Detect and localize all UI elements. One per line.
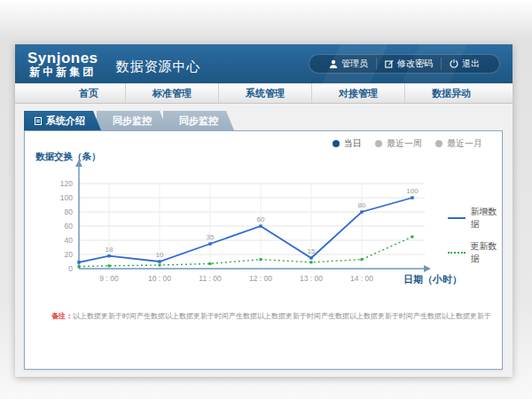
x-tick-label: 10 : 00 — [148, 274, 171, 283]
legend-item-updated-data: 更新数据 — [448, 240, 502, 265]
brand-name: Synjones — [27, 51, 98, 66]
tab-sync-monitor-1[interactable]: 同步监控 — [97, 111, 168, 130]
legend-label: 更新数据 — [471, 240, 502, 265]
current-user-label: 管理员 — [341, 58, 368, 70]
dotted-line-icon — [448, 252, 466, 254]
nav-item-home[interactable]: 首页 — [52, 83, 125, 103]
nav-item-data-change[interactable]: 数据异动 — [404, 83, 497, 103]
period-label: 当日 — [344, 137, 362, 150]
period-label: 最近一月 — [447, 137, 482, 150]
data-point-label: 15 — [308, 247, 316, 255]
tab-sync-monitor-2[interactable]: 同步监控 — [163, 111, 234, 130]
x-tick-label: 14 : 00 — [350, 274, 373, 283]
period-option-today[interactable]: 当日 — [332, 137, 362, 150]
series-legend: 新增数据 更新数据 — [448, 206, 502, 265]
radio-icon — [435, 140, 442, 147]
y-axis-title: 数据交换（条） — [35, 151, 101, 163]
data-point-label: 18 — [106, 246, 113, 254]
data-point-更新数据 — [209, 262, 212, 265]
data-point-新增数据 — [107, 254, 110, 257]
period-option-last-month[interactable]: 最近一月 — [435, 137, 482, 150]
period-selector: 当日 最近一周 最近一月 — [332, 137, 482, 150]
data-point-新增数据 — [411, 196, 413, 199]
legend-label: 新增数据 — [471, 206, 502, 231]
x-axis-arrow-icon — [424, 265, 431, 272]
edit-icon — [385, 59, 394, 68]
data-point-新增数据 — [77, 261, 80, 263]
logout-icon — [450, 59, 458, 68]
y-tick-label: 0 — [68, 264, 73, 273]
tab-system-intro[interactable]: 系统介绍 — [24, 111, 101, 130]
series-line-更新数据 — [79, 237, 412, 267]
x-tick-label: 12 : 00 — [249, 274, 272, 283]
data-point-更新数据 — [260, 258, 262, 261]
content-area: 系统介绍 同步监控 同步监控 当日 最近一周 — [15, 104, 512, 376]
data-point-新增数据 — [259, 224, 262, 227]
tab-bar: 系统介绍 同步监控 同步监控 — [24, 111, 512, 130]
nav-item-system-mgmt[interactable]: 系统管理 — [218, 83, 311, 103]
brand-logo: Synjones 新中新集团 — [27, 51, 98, 77]
y-tick-label: 80 — [65, 207, 74, 216]
data-point-更新数据 — [78, 265, 81, 268]
app-window: Synjones 新中新集团 数据资源中心 管理员 修改密码 退出 首页 标准管… — [15, 44, 512, 377]
y-tick-label: 100 — [60, 193, 73, 202]
page-title: 数据资源中心 — [116, 59, 201, 75]
data-point-新增数据 — [309, 256, 312, 259]
period-label: 最近一周 — [387, 137, 422, 150]
footnote-text: 以上数据更新于时间产生数据以上数据更新于时间产生数据以上数据更新于时间产生数据以… — [73, 312, 491, 320]
change-password-label: 修改密码 — [397, 58, 433, 70]
footnote-label: 备注： — [51, 312, 73, 320]
data-point-label: 80 — [358, 201, 366, 209]
document-icon — [35, 117, 42, 125]
data-point-新增数据 — [158, 260, 160, 262]
data-point-新增数据 — [208, 242, 211, 245]
nav-item-integration-mgmt[interactable]: 对接管理 — [311, 83, 404, 103]
data-point-更新数据 — [361, 258, 364, 261]
data-point-更新数据 — [310, 261, 313, 263]
current-user-button[interactable]: 管理员 — [321, 58, 376, 70]
data-point-label: 10 — [156, 251, 164, 259]
y-tick-label: 40 — [65, 236, 74, 245]
x-axis-title: 日期（小时） — [403, 274, 462, 286]
data-point-label: 35 — [207, 233, 215, 241]
user-icon — [329, 59, 338, 68]
x-tick-label: 9 : 00 — [99, 274, 119, 283]
app-header: Synjones 新中新集团 数据资源中心 管理员 修改密码 退出 — [15, 44, 512, 83]
x-tick-label: 13 : 00 — [300, 274, 323, 283]
logout-label: 退出 — [462, 58, 480, 70]
y-tick-label: 20 — [65, 250, 74, 259]
legend-item-new-data: 新增数据 — [448, 206, 502, 231]
chart-panel: 当日 最近一周 最近一月 数据交换（条） 0204060801001209 : … — [24, 130, 503, 370]
x-tick-label: 11 : 00 — [199, 274, 222, 283]
nav-item-standard-mgmt[interactable]: 标准管理 — [125, 83, 218, 103]
data-point-更新数据 — [159, 264, 161, 267]
user-toolbar: 管理员 修改密码 退出 — [309, 54, 500, 74]
data-point-更新数据 — [411, 236, 414, 239]
data-point-新增数据 — [360, 210, 363, 213]
radio-icon — [375, 140, 382, 147]
main-nav: 首页 标准管理 系统管理 对接管理 数据异动 — [15, 83, 512, 104]
change-password-button[interactable]: 修改密码 — [376, 58, 441, 70]
footnote: 备注：以上数据更新于时间产生数据以上数据更新于时间产生数据以上数据更新于时间产生… — [51, 311, 493, 321]
tab-label: 同步监控 — [113, 114, 152, 128]
tab-label: 同步监控 — [179, 114, 218, 128]
data-point-label: 60 — [257, 215, 265, 223]
data-point-更新数据 — [108, 264, 111, 267]
y-tick-label: 120 — [60, 179, 73, 188]
solid-line-icon — [448, 217, 466, 219]
data-point-label: 100 — [406, 187, 419, 195]
logout-button[interactable]: 退出 — [441, 58, 488, 70]
brand-chinese-name: 新中新集团 — [27, 66, 98, 78]
period-option-last-week[interactable]: 最近一周 — [375, 137, 422, 150]
tab-label: 系统介绍 — [46, 114, 85, 128]
y-tick-label: 60 — [65, 222, 74, 231]
radio-icon — [332, 140, 340, 147]
